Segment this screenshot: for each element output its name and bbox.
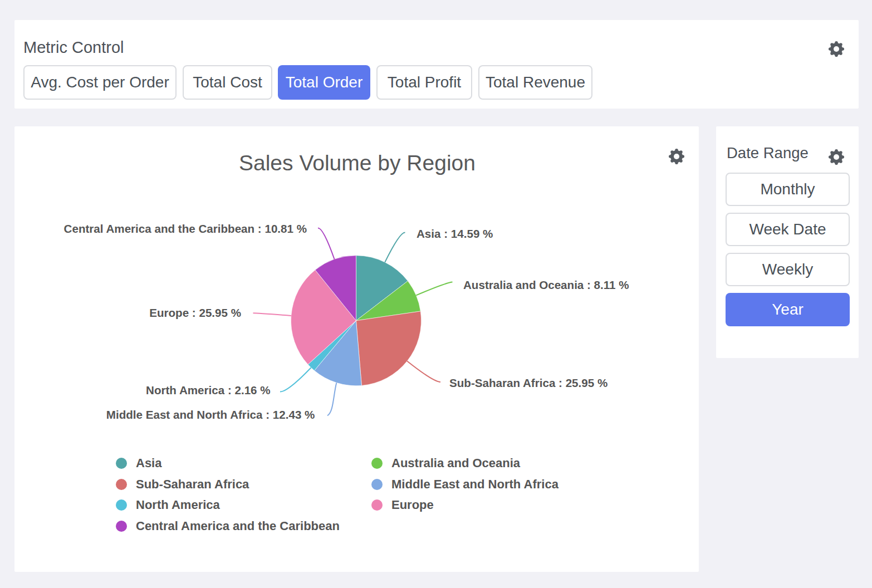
svg-text:Asia : 14.59 %: Asia : 14.59 %	[417, 227, 493, 240]
svg-text:Europe : 25.95 %: Europe : 25.95 %	[149, 306, 241, 319]
svg-text:Central America and the Caribb: Central America and the Caribbean : 10.8…	[64, 222, 307, 235]
svg-text:Australia and Oceania : 8.11 %: Australia and Oceania : 8.11 %	[463, 278, 629, 291]
svg-text:North America : 2.16 %: North America : 2.16 %	[146, 384, 271, 396]
svg-text:Middle East and North Africa :: Middle East and North Africa : 12.43 %	[106, 408, 315, 421]
svg-text:Sub-Saharan Africa : 25.95 %: Sub-Saharan Africa : 25.95 %	[449, 376, 608, 389]
